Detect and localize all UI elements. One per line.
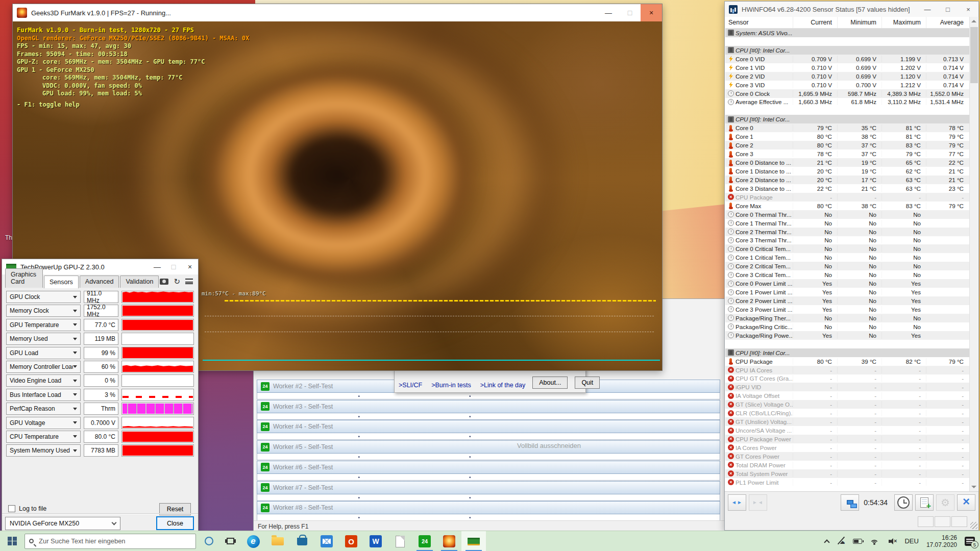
hwinfo-titlebar[interactable]: HWiNFO64 v6.28-4200 Sensor Status [57 va… (725, 2, 978, 17)
sensor-select[interactable]: Memory Used (6, 333, 81, 345)
minimize-icon[interactable]: — (598, 4, 619, 21)
sensor-row[interactable]: Core 1 Distance to ... 20 °C 19 °C 62 °C… (725, 167, 969, 176)
sensor-row[interactable]: Core Max 80 °C 38 °C 83 °C 79 °C (725, 202, 969, 210)
sensor-row[interactable]: Core 0 Clock 1,695.9 MHz 598.7 MHz 4,389… (725, 89, 969, 98)
sensor-select[interactable]: Memory Clock (6, 305, 81, 317)
worker-titlebar[interactable]: Worker #4 - Self-Test (257, 420, 720, 433)
worker-window[interactable]: Worker #6 - Self-Test (257, 461, 720, 482)
sensor-row[interactable]: CPU Package - - - - (725, 193, 969, 202)
sensor-select[interactable]: Video Engine Load (6, 374, 81, 387)
maximize-icon[interactable]: □ (938, 2, 958, 17)
column-sensor[interactable]: Sensor (725, 17, 793, 28)
maximize-icon[interactable]: □ (165, 259, 182, 274)
sensor-row[interactable]: GT (Unslice) Voltag... - - - - (725, 417, 969, 426)
sensor-select[interactable]: CPU Temperature (6, 431, 81, 443)
resize-grip[interactable] (970, 522, 977, 529)
volume-muted-icon[interactable]: × (887, 538, 897, 544)
sensor-select[interactable]: PerfCap Reason (6, 403, 81, 415)
sensor-row[interactable]: Core 1 80 °C 38 °C 81 °C 79 °C (725, 132, 969, 141)
sensor-row[interactable]: IA Voltage Offset - - - - (725, 391, 969, 400)
sensor-select[interactable]: GPU Voltage (6, 417, 81, 429)
sensor-row[interactable]: Core 3 VID 0.710 V 0.700 V 1.212 V 0.714… (725, 81, 969, 89)
sensor-row[interactable]: Core 1 Critical Tem... No No No (725, 253, 969, 262)
sensor-row[interactable]: Core 2 Critical Tem... No No No (725, 262, 969, 270)
about-button[interactable]: About... (532, 377, 568, 389)
start-button[interactable] (0, 531, 24, 551)
taskbar-app-office[interactable]: O (339, 531, 363, 551)
worker-window[interactable]: Worker #3 - Self-Test (257, 400, 720, 421)
sensor-row[interactable]: Package/Ring Critic... No No No (725, 322, 969, 331)
taskbar-app-libreoffice[interactable] (388, 531, 412, 551)
sensor-row[interactable]: Core 2 Power Limit ... Yes No Yes (725, 296, 969, 305)
worker-window[interactable]: Worker #8 - Self-Test (257, 501, 720, 522)
minimize-icon[interactable]: — (917, 2, 938, 17)
worker-titlebar[interactable]: Worker #6 - Self-Test (257, 461, 720, 474)
sensor-row[interactable]: CPU Package 80 °C 39 °C 82 °C 79 °C (725, 357, 969, 366)
sensor-row[interactable]: Total System Power - - - - (725, 469, 969, 478)
sensor-row[interactable]: IA Cores Power - - - - (725, 443, 969, 452)
sensor-row[interactable]: Core 0 Power Limit ... Yes No Yes (725, 279, 969, 288)
sensor-row[interactable]: CPU Package Power - - - - (725, 435, 969, 443)
action-center-icon[interactable]: 5 (965, 537, 975, 546)
sensor-row[interactable]: Core 2 VID 0.710 V 0.699 V 1.120 V 0.714… (725, 72, 969, 81)
desktop-icon-label[interactable]: Th (5, 234, 12, 241)
sensor-row[interactable]: Total DRAM Power - - - - (725, 461, 969, 469)
sensor-row[interactable]: Uncore/SA Voltage ... - - - - (725, 426, 969, 435)
taskbar-app-prime95[interactable]: 24 (412, 531, 437, 551)
sensor-row[interactable]: Core 2 Thermal Thr... No No No (725, 228, 969, 236)
sensor-row[interactable]: GT Cores Power - - - - (725, 452, 969, 461)
taskbar-app-mail[interactable] (314, 531, 339, 551)
quit-button[interactable]: Quit (575, 377, 600, 389)
sensor-row[interactable]: Package/Ring Ther... No No No (725, 314, 969, 322)
close-icon[interactable]: × (641, 4, 662, 21)
worker-window[interactable]: Worker #7 - Self-Test (257, 481, 720, 502)
scroll-up-icon[interactable] (971, 20, 976, 22)
sensor-select[interactable]: Memory Controller Load (6, 361, 81, 373)
sensor-row[interactable]: GT (Slice) Voltage O... - - - - (725, 400, 969, 409)
exit-button[interactable]: × (957, 494, 975, 511)
tab-validation[interactable]: Validation (120, 276, 159, 288)
column-average[interactable]: Average (926, 17, 969, 28)
taskbar-app-word[interactable]: W (363, 531, 388, 551)
sensor-row[interactable]: PL1 Power Limit - - - - (725, 478, 969, 487)
scroll-down-icon[interactable] (971, 486, 976, 488)
sensor-row[interactable]: Core 3 78 °C 37 °C 79 °C 77 °C (725, 149, 969, 158)
screenshot-camera-icon[interactable] (160, 279, 168, 285)
onedrive-paused-icon[interactable]: ☁ (837, 537, 845, 545)
taskbar-app-gpu-z[interactable] (461, 531, 486, 551)
maximize-icon[interactable]: □ (619, 4, 641, 21)
sensor-row[interactable]: Core 3 Distance to ... 22 °C 21 °C 63 °C… (725, 184, 969, 193)
settings-gear-button[interactable]: ⚙ (936, 494, 954, 511)
sensor-select[interactable]: Bus Interface Load (6, 389, 81, 401)
task-view-button[interactable] (219, 531, 241, 551)
refresh-icon[interactable]: ↻ (174, 278, 180, 285)
furmark-link[interactable]: >Link of the day (480, 382, 526, 389)
furmark-link[interactable]: >Burn-in tests (431, 382, 471, 389)
close-icon[interactable]: × (958, 2, 978, 17)
worker-titlebar[interactable]: Worker #3 - Self-Test (257, 400, 720, 413)
sensor-row[interactable]: Package/Ring Powe... Yes No Yes (725, 331, 969, 340)
clock-button[interactable] (894, 494, 913, 511)
hwinfo-column-headers[interactable]: Sensor Current Minimum Maximum Average (725, 17, 969, 29)
battery-icon[interactable] (853, 539, 862, 544)
sensor-select[interactable]: GPU Clock (6, 291, 81, 303)
tab-advanced[interactable]: Advanced (80, 276, 119, 288)
sensor-row[interactable]: Average Effective ... 1,660.3 MHz 61.8 M… (725, 98, 969, 107)
sensor-row[interactable]: Core 2 80 °C 37 °C 83 °C 79 °C (725, 141, 969, 149)
gpu-select-dropdown[interactable]: NVIDIA GeForce MX250 (5, 517, 120, 530)
keyboard-language-indicator[interactable]: DEU (904, 537, 918, 545)
worker-titlebar[interactable]: Worker #8 - Self-Test (257, 501, 720, 514)
worker-titlebar[interactable]: Worker #7 - Self-Test (257, 481, 720, 494)
column-current[interactable]: Current (793, 17, 837, 28)
sensor-row[interactable] (725, 340, 969, 348)
sensor-row[interactable]: iGPU VID - - - - (725, 383, 969, 391)
sensor-row[interactable]: Core 0 79 °C 35 °C 81 °C 78 °C (725, 123, 969, 132)
sensor-row[interactable]: Core 3 Power Limit ... Yes No Yes (725, 305, 969, 314)
sensor-row[interactable]: Core 0 Thermal Thr... No No No (725, 210, 969, 219)
collapse-columns-button[interactable]: ►◄ (749, 494, 767, 511)
tray-overflow-chevron-icon[interactable] (824, 539, 829, 545)
worker-window[interactable]: Worker #5 - Self-Test (257, 440, 720, 461)
scrollbar[interactable] (969, 17, 978, 491)
sensor-select[interactable]: GPU Load (6, 347, 81, 359)
close-icon[interactable]: × (182, 259, 198, 274)
